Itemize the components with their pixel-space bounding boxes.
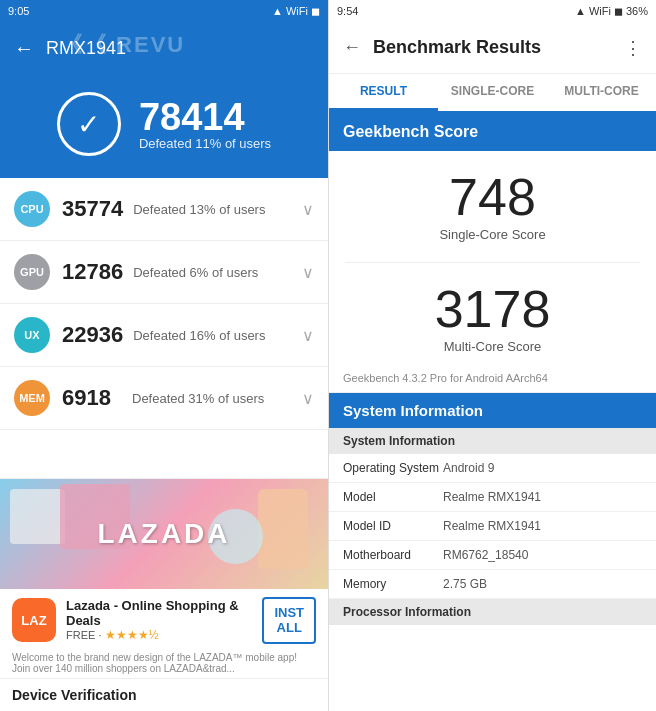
mem-value: 6918 (62, 385, 122, 411)
tab-multi-core[interactable]: MULTI-CORE (547, 74, 656, 111)
left-status-icons: ▲ WiFi ◼ (272, 5, 320, 18)
multi-core-label: Multi-Core Score (435, 339, 551, 354)
system-info-table: System Information Operating System Andr… (329, 428, 656, 625)
single-core-block: 748 Single-Core Score (439, 171, 545, 242)
menu-dots-icon[interactable]: ⋮ (624, 37, 642, 59)
left-back-arrow[interactable]: ← (14, 37, 34, 60)
ux-desc: Defeated 16% of users (133, 328, 302, 343)
mem-desc: Defeated 31% of users (132, 391, 302, 406)
motherboard-key: Motherboard (343, 548, 443, 562)
right-panel: 9:54 ▲ WiFi ◼ 36% ← Benchmark Results ⋮ … (328, 0, 656, 711)
right-back-arrow[interactable]: ← (343, 37, 361, 58)
right-status-bar: 9:54 ▲ WiFi ◼ 36% (329, 0, 656, 22)
os-key: Operating System (343, 461, 443, 475)
processor-section-label: Processor Information (329, 599, 656, 625)
memory-val: 2.75 GB (443, 577, 642, 591)
benchmark-tabs: RESULT SINGLE-CORE MULTI-CORE (329, 74, 656, 113)
device-verification-label: Device Verification (0, 678, 328, 711)
ad-banner-text: LAZADA (97, 518, 230, 550)
score-main: 78414 Defeated 11% of users (139, 98, 271, 151)
ad-description: Welcome to the brand new design of the L… (0, 652, 328, 678)
sys-section-label: System Information (329, 428, 656, 454)
score-divider (345, 262, 639, 263)
metrics-list: CPU 35774 Defeated 13% of users ∨ GPU 12… (0, 178, 328, 478)
ux-value: 22936 (62, 322, 123, 348)
metric-row-cpu[interactable]: CPU 35774 Defeated 13% of users ∨ (0, 178, 328, 241)
model-id-key: Model ID (343, 519, 443, 533)
ad-item-row: LAZ Lazada - Online Shopping & Deals FRE… (0, 589, 328, 652)
ad-section: LAZADA LAZ Lazada - Online Shopping & De… (0, 478, 328, 711)
right-status-icons: ▲ WiFi ◼ 36% (575, 5, 648, 18)
mem-icon: MEM (14, 380, 50, 416)
sys-row-model-id: Model ID Realme RMX1941 (329, 512, 656, 541)
cpu-icon: CPU (14, 191, 50, 227)
single-core-label: Single-Core Score (439, 227, 545, 242)
ad-logo: LAZ (12, 598, 56, 642)
sys-row-model: Model Realme RMX1941 (329, 483, 656, 512)
sys-row-memory: Memory 2.75 GB (329, 570, 656, 599)
main-score-number: 78414 (139, 98, 271, 136)
multi-core-block: 3178 Multi-Core Score (435, 283, 551, 354)
geekbench-score-header: Geekbench Score (329, 113, 656, 151)
tab-result[interactable]: RESULT (329, 74, 438, 111)
system-info-header: System Information (329, 393, 656, 428)
left-header: ← RMX1941 《《 REVU (0, 22, 328, 74)
metric-row-gpu[interactable]: GPU 12786 Defeated 6% of users ∨ (0, 241, 328, 304)
ad-info: Lazada - Online Shopping & Deals FREE · … (66, 598, 252, 642)
scores-section: 748 Single-Core Score 3178 Multi-Core Sc… (329, 151, 656, 364)
right-time: 9:54 (337, 5, 358, 17)
cpu-chevron-icon[interactable]: ∨ (302, 200, 314, 219)
gpu-chevron-icon[interactable]: ∨ (302, 263, 314, 282)
cpu-value: 35774 (62, 196, 123, 222)
ad-banner[interactable]: LAZADA (0, 479, 328, 589)
left-status-bar: 9:05 ▲ WiFi ◼ (0, 0, 328, 22)
right-header: ← Benchmark Results ⋮ (329, 22, 656, 74)
geekbench-version: Geekbench 4.3.2 Pro for Android AArch64 (329, 364, 656, 393)
metric-row-ux[interactable]: UX 22936 Defeated 16% of users ∨ (0, 304, 328, 367)
ad-free-label: FREE · (66, 629, 105, 641)
gpu-icon: GPU (14, 254, 50, 290)
main-score-subtitle: Defeated 11% of users (139, 136, 271, 151)
ad-logo-text: LAZ (21, 613, 46, 628)
ad-title: Lazada - Online Shopping & Deals (66, 598, 252, 628)
motherboard-val: RM6762_18540 (443, 548, 642, 562)
ux-icon: UX (14, 317, 50, 353)
score-circle: ✓ (57, 92, 121, 156)
multi-core-score: 3178 (435, 283, 551, 335)
gpu-value: 12786 (62, 259, 123, 285)
benchmark-results-title: Benchmark Results (373, 37, 624, 58)
ad-subtitle: FREE · ★★★★½ (66, 628, 252, 642)
cpu-desc: Defeated 13% of users (133, 202, 302, 217)
left-time: 9:05 (8, 5, 29, 17)
checkmark-icon: ✓ (77, 108, 100, 141)
device-name: RMX1941 (46, 38, 126, 59)
left-panel: 9:05 ▲ WiFi ◼ ← RMX1941 《《 REVU ✓ 78414 … (0, 0, 328, 711)
model-val: Realme RMX1941 (443, 490, 642, 504)
single-core-score: 748 (439, 171, 545, 223)
mem-chevron-icon[interactable]: ∨ (302, 389, 314, 408)
sys-row-motherboard: Motherboard RM6762_18540 (329, 541, 656, 570)
model-key: Model (343, 490, 443, 504)
ad-stars: ★★★★½ (105, 628, 159, 642)
sys-row-os: Operating System Android 9 (329, 454, 656, 483)
gpu-desc: Defeated 6% of users (133, 265, 302, 280)
metric-row-mem[interactable]: MEM 6918 Defeated 31% of users ∨ (0, 367, 328, 430)
install-button[interactable]: INSTALL (262, 597, 316, 644)
ux-chevron-icon[interactable]: ∨ (302, 326, 314, 345)
memory-key: Memory (343, 577, 443, 591)
os-val: Android 9 (443, 461, 642, 475)
model-id-val: Realme RMX1941 (443, 519, 642, 533)
tab-single-core[interactable]: SINGLE-CORE (438, 74, 547, 111)
score-section: ✓ 78414 Defeated 11% of users (0, 74, 328, 178)
